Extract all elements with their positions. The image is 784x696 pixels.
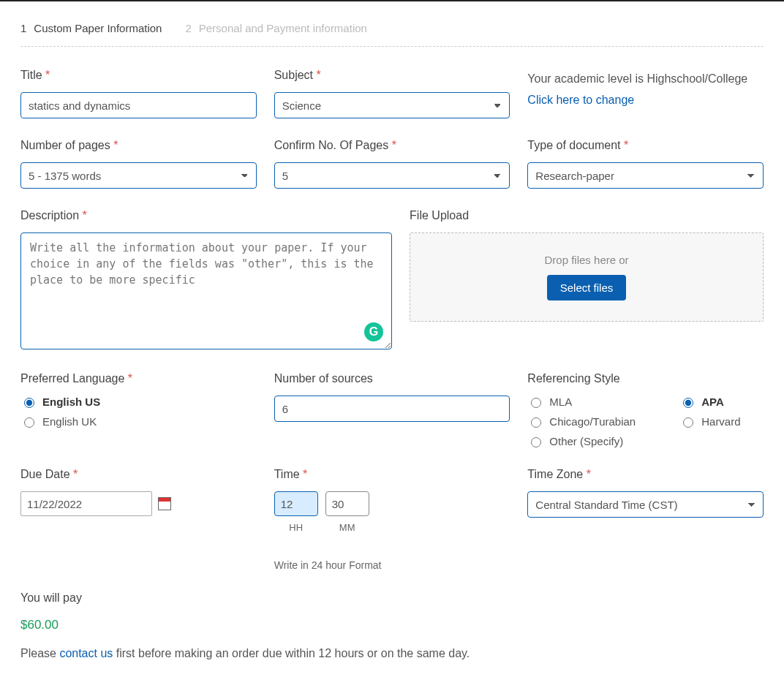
change-level-link[interactable]: Click here to change <box>527 94 634 106</box>
lang-us-label: English US <box>42 396 100 408</box>
time-mm-label: MM <box>325 522 369 533</box>
academic-level-notice: Your academic level is Highschool/Colleg… <box>527 69 764 111</box>
num-sources-input[interactable] <box>274 396 510 422</box>
description-textarea[interactable] <box>20 232 392 349</box>
num-sources-label: Number of sources <box>274 372 510 385</box>
ref-harvard-label: Harvard <box>701 415 740 428</box>
time-format-note: Write in 24 hour Format <box>274 559 510 571</box>
step-2-number: 2 <box>185 22 191 34</box>
confirm-pages-select[interactable]: 5 <box>274 162 510 189</box>
language-label: Preferred Language * <box>20 372 257 385</box>
time-hh-input[interactable] <box>274 491 318 516</box>
select-files-button[interactable]: Select files <box>547 275 627 300</box>
price-amount: $60.00 <box>20 618 764 632</box>
ref-apa-radio[interactable] <box>683 398 693 408</box>
file-upload-label: File Upload <box>410 209 764 222</box>
subject-select[interactable]: Science <box>274 92 510 118</box>
step-1: 1 Custom Paper Information <box>20 22 162 34</box>
lang-us-radio[interactable] <box>24 398 34 408</box>
lang-uk-radio[interactable] <box>24 417 34 428</box>
step-indicator: 1 Custom Paper Information 2 Personal an… <box>20 22 764 47</box>
due-date-input[interactable] <box>20 491 152 516</box>
step-1-number: 1 <box>20 22 26 34</box>
num-pages-label: Number of pages * <box>20 139 257 152</box>
ref-apa-label: APA <box>701 396 724 408</box>
ref-chicago-label: Chicago/Turabian <box>549 415 636 428</box>
step-1-label: Custom Paper Information <box>34 22 162 34</box>
lang-uk-label: English UK <box>42 415 97 428</box>
timezone-label: Time Zone * <box>527 468 764 481</box>
grammarly-icon[interactable]: G <box>364 322 383 341</box>
file-dropzone[interactable]: Drop files here or Select files <box>410 232 764 322</box>
doc-type-select[interactable]: Research-paper <box>527 162 764 189</box>
ref-chicago-radio[interactable] <box>531 417 541 428</box>
time-hh-label: HH <box>274 522 318 533</box>
ref-harvard-radio[interactable] <box>683 417 693 428</box>
step-2[interactable]: 2 Personal and Payment information <box>185 22 366 34</box>
doc-type-label: Type of document * <box>527 139 764 152</box>
you-will-pay-heading: You will pay <box>20 591 764 605</box>
time-label: Time * <box>274 468 510 481</box>
contact-us-link[interactable]: contact us <box>59 647 113 659</box>
subject-label: Subject * <box>274 69 510 82</box>
confirm-pages-label: Confirm No. Of Pages * <box>274 139 510 152</box>
ref-mla-radio[interactable] <box>531 398 541 408</box>
ref-other-label: Other (Specify) <box>549 435 623 447</box>
calendar-icon[interactable] <box>158 497 171 510</box>
due-date-label: Due Date * <box>20 468 257 481</box>
title-label: Title * <box>20 69 257 82</box>
dropzone-text: Drop files here or <box>418 254 755 266</box>
num-pages-select[interactable]: 5 - 1375 words <box>20 162 257 189</box>
ref-mla-label: MLA <box>549 396 572 408</box>
ref-other-radio[interactable] <box>531 437 541 447</box>
timezone-select[interactable]: Central Standard Time (CST) <box>527 491 764 518</box>
step-2-label: Personal and Payment information <box>199 22 367 34</box>
time-mm-input[interactable] <box>325 491 369 516</box>
ref-style-label: Referencing Style <box>527 372 764 385</box>
payment-notice: Please contact us first before making an… <box>20 647 764 660</box>
title-input[interactable] <box>20 92 257 118</box>
description-label: Description * <box>20 209 392 222</box>
